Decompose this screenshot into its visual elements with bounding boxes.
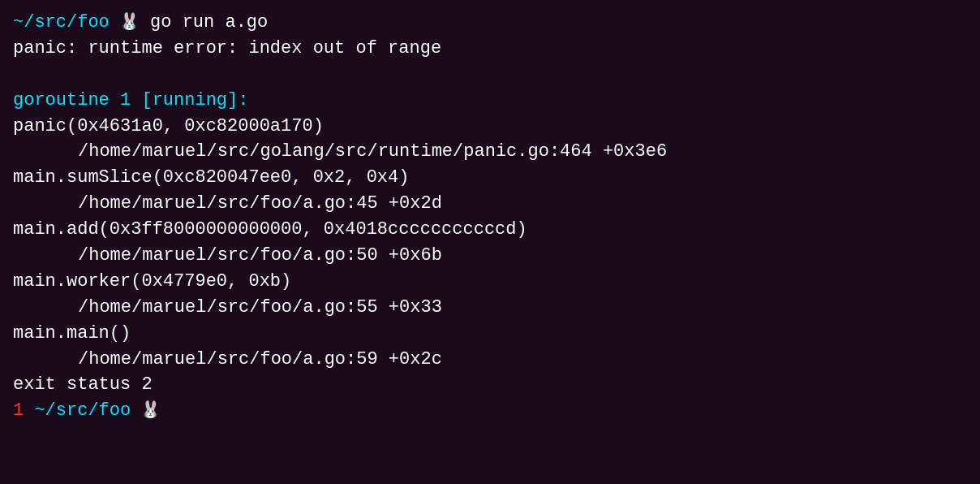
- ago-45-text: /home/maruel/src/foo/a.go:45 +0x2d: [78, 191, 442, 217]
- ago-50-text: /home/maruel/src/foo/a.go:50 +0x6b: [78, 243, 442, 269]
- ago-45-line: /home/maruel/src/foo/a.go:45 +0x2d: [13, 191, 967, 217]
- main-worker-line: main.worker(0x4779e0, 0xb): [13, 269, 967, 295]
- main-main-text: main.main(): [13, 321, 131, 347]
- command-line: ~/src/foo 🐰 go run a.go: [13, 10, 967, 36]
- ago-50-line: /home/maruel/src/foo/a.go:50 +0x6b: [13, 243, 967, 269]
- panic-go-line: /home/maruel/src/golang/src/runtime/pani…: [13, 139, 967, 165]
- prompt-path-2: ~/src/foo: [24, 398, 131, 424]
- panic-call-text: panic(0x4631a0, 0xc82000a170): [13, 114, 324, 140]
- panic-error-text: panic: runtime error: index out of range: [13, 36, 441, 62]
- ago-59-line: /home/maruel/src/foo/a.go:59 +0x2c: [13, 347, 967, 373]
- rabbit-icon-2: 🐰: [131, 399, 161, 422]
- blank-line-1: [13, 62, 967, 88]
- prompt-line-2[interactable]: 1 ~/src/foo 🐰: [13, 398, 967, 424]
- exit-status-text: exit status 2: [13, 372, 153, 398]
- panic-call-line: panic(0x4631a0, 0xc82000a170): [13, 114, 967, 140]
- main-add-line: main.add(0x3ff8000000000000, 0x4018ccccc…: [13, 217, 967, 243]
- ago-55-text: /home/maruel/src/foo/a.go:55 +0x33: [78, 295, 442, 321]
- main-main-line: main.main(): [13, 321, 967, 347]
- ago-55-line: /home/maruel/src/foo/a.go:55 +0x33: [13, 295, 967, 321]
- sum-slice-line: main.sumSlice(0xc820047ee0, 0x2, 0x4): [13, 165, 967, 191]
- ago-59-text: /home/maruel/src/foo/a.go:59 +0x2c: [78, 347, 442, 373]
- main-worker-text: main.worker(0x4779e0, 0xb): [13, 269, 291, 295]
- prompt-path: ~/src/foo: [13, 10, 110, 36]
- panic-error-line: panic: runtime error: index out of range: [13, 36, 967, 62]
- goroutine-line: goroutine 1 [running]:: [13, 88, 967, 114]
- main-add-text: main.add(0x3ff8000000000000, 0x4018ccccc…: [13, 217, 527, 243]
- terminal-window: ~/src/foo 🐰 go run a.go panic: runtime e…: [0, 0, 980, 484]
- panic-go-text: /home/maruel/src/golang/src/runtime/pani…: [78, 139, 667, 165]
- rabbit-icon-1: 🐰: [110, 11, 140, 34]
- command-text: go run a.go: [140, 10, 268, 36]
- prompt-number: 1: [13, 398, 24, 424]
- exit-status-line: exit status 2: [13, 372, 967, 398]
- sum-slice-text: main.sumSlice(0xc820047ee0, 0x2, 0x4): [13, 165, 409, 191]
- goroutine-text: goroutine 1 [running]:: [13, 88, 248, 114]
